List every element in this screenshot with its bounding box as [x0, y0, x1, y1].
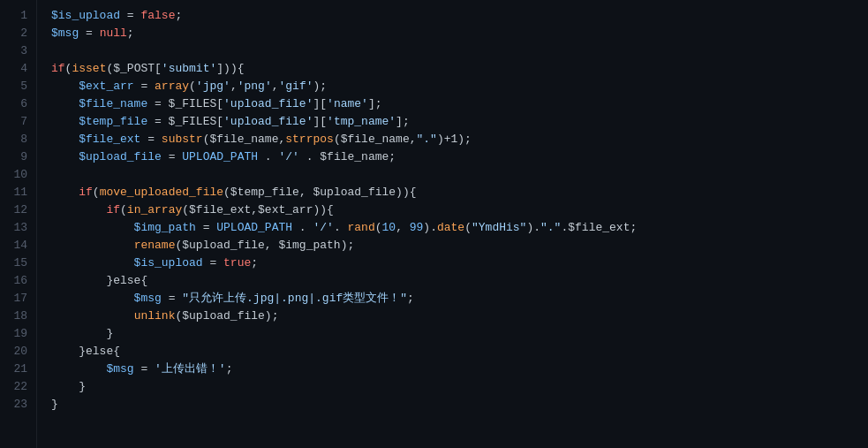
code-line-17: $msg = "只允许上传.jpg|.png|.gif类型文件！";: [51, 290, 868, 308]
line-number-10: 10: [0, 166, 36, 184]
line-number-20: 20: [0, 343, 36, 361]
code-line-21: $msg = '上传出错！';: [51, 361, 868, 378]
code-content[interactable]: $is_upload = false;$msg = null; if(isset…: [37, 0, 868, 448]
code-line-12: if(in_array($file_ext,$ext_arr)){: [51, 201, 868, 219]
line-number-19: 19: [0, 325, 36, 343]
line-number-12: 12: [0, 201, 36, 219]
code-line-16: }else{: [51, 272, 868, 290]
line-number-17: 17: [0, 290, 36, 308]
code-line-3: [51, 42, 868, 60]
line-number-23: 23: [0, 396, 36, 414]
line-number-13: 13: [0, 219, 36, 237]
line-number-2: 2: [0, 25, 36, 42]
code-line-13: $img_path = UPLOAD_PATH . '/'. rand(10, …: [51, 219, 868, 237]
line-number-7: 7: [0, 113, 36, 131]
code-line-5: $ext_arr = array('jpg','png','gif');: [51, 78, 868, 95]
code-line-23: }: [51, 396, 868, 414]
line-numbers: 1234567891011121314151617181920212223: [0, 0, 37, 448]
code-line-10: [51, 166, 868, 184]
code-line-18: unlink($upload_file);: [51, 308, 868, 325]
line-number-16: 16: [0, 272, 36, 290]
code-line-2: $msg = null;: [51, 25, 868, 42]
line-number-14: 14: [0, 237, 36, 254]
line-number-22: 22: [0, 378, 36, 396]
code-line-6: $file_name = $_FILES['upload_file']['nam…: [51, 95, 868, 113]
code-line-20: }else{: [51, 343, 868, 361]
line-number-5: 5: [0, 78, 36, 95]
code-line-22: }: [51, 378, 868, 396]
code-line-4: if(isset($_POST['submit'])){: [51, 60, 868, 78]
code-line-8: $file_ext = substr($file_name,strrpos($f…: [51, 131, 868, 148]
line-number-11: 11: [0, 184, 36, 201]
code-line-7: $temp_file = $_FILES['upload_file']['tmp…: [51, 113, 868, 131]
code-line-1: $is_upload = false;: [51, 7, 868, 25]
line-number-6: 6: [0, 95, 36, 113]
line-number-18: 18: [0, 308, 36, 325]
line-number-21: 21: [0, 361, 36, 378]
code-line-9: $upload_file = UPLOAD_PATH . '/' . $file…: [51, 148, 868, 166]
line-number-15: 15: [0, 254, 36, 272]
line-number-3: 3: [0, 42, 36, 60]
line-number-4: 4: [0, 60, 36, 78]
code-line-14: rename($upload_file, $img_path);: [51, 237, 868, 254]
code-line-11: if(move_uploaded_file($temp_file, $uploa…: [51, 184, 868, 201]
code-editor: 1234567891011121314151617181920212223 $i…: [0, 0, 868, 448]
code-line-15: $is_upload = true;: [51, 254, 868, 272]
line-number-1: 1: [0, 7, 36, 25]
line-number-9: 9: [0, 148, 36, 166]
line-number-8: 8: [0, 131, 36, 148]
code-line-19: }: [51, 325, 868, 343]
